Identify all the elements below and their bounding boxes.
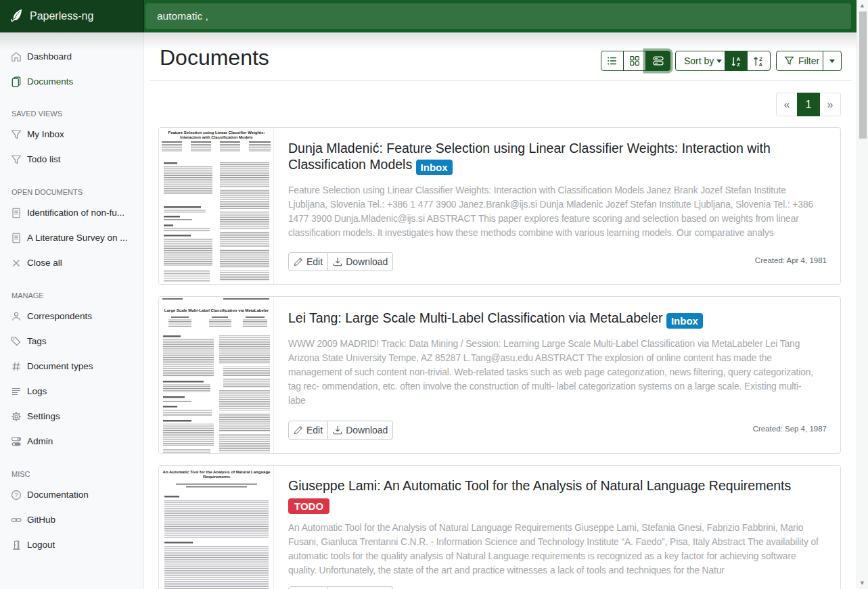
svg-text:Feature Selection using Linear: Feature Selection using Linear Classifie… — [168, 131, 265, 135]
svg-text:An Automatic Tool for the Anal: An Automatic Tool for the Analysis of Na… — [163, 470, 271, 474]
svg-text:A: A — [759, 62, 763, 68]
svg-text:Requirements: Requirements — [203, 475, 231, 479]
svg-text:Large Scale Multi-Label Classi: Large Scale Multi-Label Classification v… — [164, 308, 269, 312]
svg-text:Interaction with Classificatio: Interaction with Classification Models — [180, 135, 253, 139]
svg-text:Z: Z — [737, 62, 740, 68]
svg-text:?: ? — [14, 492, 18, 498]
